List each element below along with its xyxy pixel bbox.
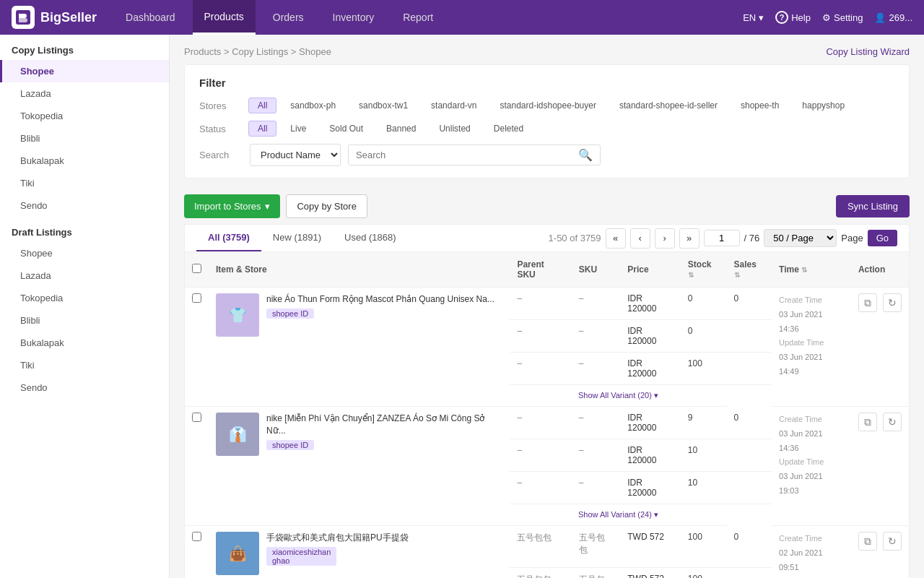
sidebar-item-tokopedia-copy[interactable]: Tokopedia xyxy=(0,105,169,127)
filter-status-banned[interactable]: Banned xyxy=(377,121,425,137)
copy-by-store-button[interactable]: Copy by Store xyxy=(286,194,367,218)
filter-status-live[interactable]: Live xyxy=(281,121,315,137)
nav-inventory[interactable]: Inventory xyxy=(321,0,386,35)
filter-store-standard-shopee-id-seller[interactable]: standard-shopee-id-seller xyxy=(610,98,727,113)
sidebar-item-lazada-draft[interactable]: Lazada xyxy=(0,264,169,287)
tab-new[interactable]: New (1891) xyxy=(261,225,333,251)
prev-page-button[interactable]: ‹ xyxy=(630,228,650,249)
sidebar-draft-listings-title: Draft Listings xyxy=(0,217,169,242)
row3-copy-action-icon[interactable]: ⧉ xyxy=(858,532,877,551)
sidebar-item-tiki-copy[interactable]: Tiki xyxy=(0,172,169,194)
sidebar-item-shopee-copy[interactable]: Shopee xyxy=(0,60,169,82)
filter-status-unlisted[interactable]: Unlisted xyxy=(430,121,479,137)
sidebar-item-bukalapak-copy[interactable]: Bukalapak xyxy=(0,150,169,172)
row1-v3-parent-sku: – xyxy=(510,353,571,385)
row2-v1-price: IDR 120000 xyxy=(620,407,681,439)
row1-product-name[interactable]: nike Áo Thun Form Rộng Mascot Phản Quang… xyxy=(266,293,502,306)
settings-link[interactable]: ⚙ Setting xyxy=(822,12,863,23)
filter-status-all[interactable]: All xyxy=(248,121,276,137)
row3-v1-stock: 100 xyxy=(681,526,727,568)
row3-v2-price: TWD 572 xyxy=(620,568,681,578)
nav-products[interactable]: Products xyxy=(193,0,256,35)
search-input-wrap: 🔍 xyxy=(348,144,601,165)
page-input[interactable] xyxy=(704,230,740,246)
language-selector[interactable]: EN ▾ xyxy=(743,12,764,23)
header-checkbox[interactable] xyxy=(185,252,209,288)
row2-product-info: nike [Miễn Phí Vận Chuyển] ZANZEA Áo Sơ … xyxy=(266,413,502,450)
filter-store-shopee-th[interactable]: shopee-th xyxy=(731,98,788,113)
per-page-select[interactable]: 50 / Page 10 / Page 20 / Page 100 / Page xyxy=(764,229,837,247)
filter-title: Filter xyxy=(199,77,894,89)
row1-checkbox-cell xyxy=(185,288,209,407)
sidebar-item-blibli-copy[interactable]: Blibli xyxy=(0,127,169,150)
filter-store-happyshop[interactable]: happyshop xyxy=(793,98,854,113)
sidebar-item-blibli-draft[interactable]: Blibli xyxy=(0,309,169,332)
sidebar-item-sendo-copy[interactable]: Sendo xyxy=(0,194,169,217)
filter-store-sandbox-tw1[interactable]: sandbox-tw1 xyxy=(349,98,417,113)
sidebar-item-shopee-draft[interactable]: Shopee xyxy=(0,242,169,264)
row3-v1-sales: 0 xyxy=(727,526,772,568)
row2-product-name[interactable]: nike [Miễn Phí Vận Chuyển] ZANZEA Áo Sơ … xyxy=(266,413,502,437)
row1-copy-action-icon[interactable]: ⧉ xyxy=(858,293,877,312)
filter-status-deleted[interactable]: Deleted xyxy=(484,121,533,137)
nav-report[interactable]: Report xyxy=(391,0,445,35)
breadcrumb-products[interactable]: Products xyxy=(184,46,221,57)
sync-listing-button[interactable]: Sync Listing xyxy=(836,195,910,217)
tab-all[interactable]: All (3759) xyxy=(196,225,261,251)
search-input[interactable] xyxy=(349,145,571,165)
import-to-stores-button[interactable]: Import to Stores ▾ xyxy=(184,194,280,218)
filter-store-sandbox-ph[interactable]: sandbox-ph xyxy=(281,98,345,113)
first-page-button[interactable]: « xyxy=(606,228,626,249)
help-link[interactable]: ? Help xyxy=(775,11,811,24)
page-slash: / 76 xyxy=(744,233,760,243)
row2-show-variants[interactable]: Show All Variant (24) ▾ xyxy=(510,504,726,526)
row3-sync-action-icon[interactable]: ↻ xyxy=(883,532,902,551)
products-table: Item & Store Parent SKU SKU Price Stock … xyxy=(185,252,909,578)
header-item-store: Item & Store xyxy=(209,252,510,288)
row3-v2-sales xyxy=(727,568,772,578)
search-button[interactable]: 🔍 xyxy=(571,148,600,162)
sidebar-item-lazada-copy[interactable]: Lazada xyxy=(0,82,169,105)
filter-status-sold-out[interactable]: Sold Out xyxy=(320,121,372,137)
logo[interactable]: BigSeller xyxy=(12,6,97,29)
header-price: Price xyxy=(620,252,681,288)
next-page-button[interactable]: › xyxy=(655,228,675,249)
search-type-select[interactable]: Product Name SKU Parent SKU xyxy=(250,144,341,166)
sidebar-item-tiki-draft[interactable]: Tiki xyxy=(0,354,169,376)
sidebar-item-sendo-draft[interactable]: Sendo xyxy=(0,376,169,399)
filter-store-all[interactable]: All xyxy=(248,98,276,113)
row2-v3-stock: 10 xyxy=(681,472,727,504)
row1-v3-stock: 100 xyxy=(681,353,727,385)
row1-show-variants[interactable]: Show All Variant (20) ▾ xyxy=(510,385,726,407)
breadcrumb-copy-listings[interactable]: Copy Listings xyxy=(232,46,288,57)
row2-copy-action-icon[interactable]: ⧉ xyxy=(858,413,877,431)
sales-sort-icon[interactable]: ⇅ xyxy=(734,271,740,279)
actions-row: Import to Stores ▾ Copy by Store Sync Li… xyxy=(170,187,924,224)
nav-orders[interactable]: Orders xyxy=(261,0,315,35)
filter-store-standard-idshopee-buyer[interactable]: standard-idshopee-buyer xyxy=(490,98,605,113)
row3-checkbox-cell xyxy=(185,526,209,579)
row3-v1-sku: 五号包包 xyxy=(572,526,621,568)
last-page-button[interactable]: » xyxy=(679,228,699,249)
row2-checkbox[interactable] xyxy=(192,413,201,422)
go-button[interactable]: Go xyxy=(868,230,897,246)
row2-sync-action-icon[interactable]: ↻ xyxy=(883,413,902,431)
row3-checkbox[interactable] xyxy=(192,532,201,541)
main-content: Products > Copy Listings > Shopee Copy L… xyxy=(170,35,924,578)
row3-product-name[interactable]: 手袋歐式和美式肩包大国籍PU手提袋 xyxy=(266,532,502,544)
select-all-checkbox[interactable] xyxy=(192,264,201,273)
search-row: Search Product Name SKU Parent SKU 🔍 xyxy=(199,144,894,166)
sidebar-item-bukalapak-draft[interactable]: Bukalapak xyxy=(0,332,169,354)
row1-sync-action-icon[interactable]: ↻ xyxy=(883,293,902,312)
sidebar-item-tokopedia-draft[interactable]: Tokopedia xyxy=(0,287,169,309)
stock-sort-icon[interactable]: ⇅ xyxy=(688,271,694,279)
copy-listing-wizard-link[interactable]: Copy Listing Wizard xyxy=(826,46,910,57)
user-profile[interactable]: 👤 269... xyxy=(874,12,912,23)
tab-used[interactable]: Used (1868) xyxy=(333,225,408,251)
time-sort-icon[interactable]: ⇅ xyxy=(801,266,807,274)
nav-dashboard[interactable]: Dashboard xyxy=(114,0,187,35)
row2-v1-stock: 9 xyxy=(681,407,727,439)
top-navigation: BigSeller Dashboard Products Orders Inve… xyxy=(0,0,924,35)
filter-store-standard-vn[interactable]: standard-vn xyxy=(422,98,486,113)
row1-checkbox[interactable] xyxy=(192,293,201,303)
